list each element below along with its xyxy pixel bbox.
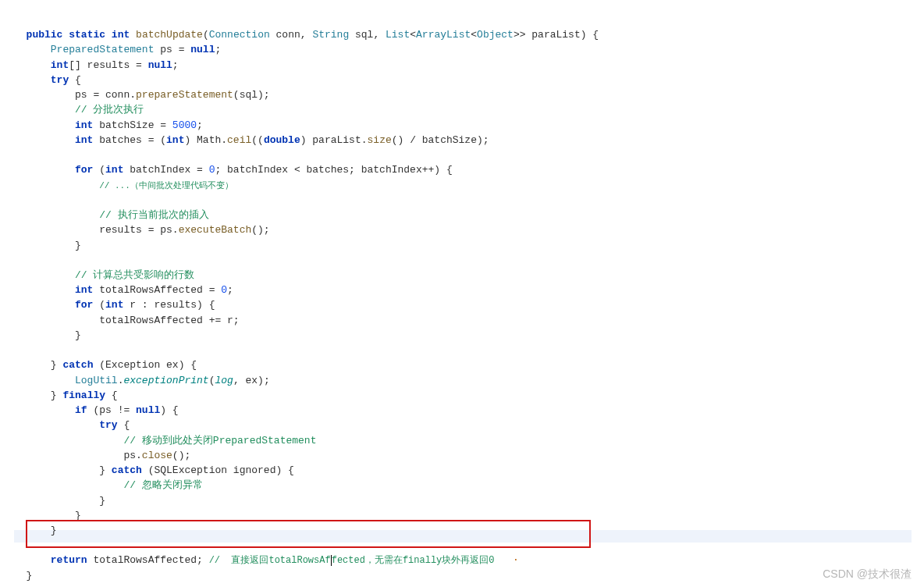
code-line: public static int batchUpdate(Connection… [14, 29, 599, 41]
code-line: } [14, 240, 81, 251]
code-line [14, 149, 20, 161]
code-line: // 分批次执行 [14, 104, 144, 116]
code-line: results = ps.executeBatch(); [14, 224, 270, 236]
code-line: } [14, 525, 57, 536]
code-line: ps = conn.prepareStatement(sql); [14, 89, 270, 101]
code-line [14, 254, 20, 266]
code-line: } catch (Exception ex) { [14, 359, 197, 371]
code-line: } catch (SQLException ignored) { [14, 464, 294, 476]
code-line: int totalRowsAffected = 0; [14, 284, 233, 296]
code-line: try { [14, 74, 81, 86]
code-line: // ...（中间批次处理代码不变） [14, 180, 233, 191]
code-line: // 忽略关闭异常 [14, 479, 203, 491]
code-line: } [14, 329, 81, 341]
code-line: // 计算总共受影响的行数 [14, 269, 194, 281]
code-line: int batches = (int) Math.ceil((double) p… [14, 134, 489, 146]
code-line: return totalRowsAffected; // 直接返回totalRo… [14, 554, 519, 566]
code-line: int[] results = null; [14, 59, 179, 71]
code-line: ps.close(); [14, 450, 190, 461]
code-line [14, 194, 20, 206]
code-line: LogUtil.exceptionPrint(log, ex); [14, 375, 270, 386]
code-line: // 执行当前批次的插入 [14, 209, 209, 221]
code-line [14, 539, 20, 551]
code-line: if (ps != null) { [14, 404, 179, 416]
code-line: for (int r : results) { [14, 299, 215, 311]
code-block: public static int batchUpdate(Connection… [0, 0, 924, 583]
code-line: try { [14, 419, 130, 431]
code-line: } [14, 570, 32, 582]
code-line: } [14, 510, 81, 521]
code-line [14, 344, 20, 356]
code-line: totalRowsAffected += r; [14, 315, 240, 326]
code-line: PreparedStatement ps = null; [14, 44, 221, 55]
code-line: } [14, 495, 105, 507]
code-line: } finally { [14, 390, 118, 401]
code-line: for (int batchIndex = 0; batchIndex < ba… [14, 164, 453, 176]
code-line: // 移动到此处关闭PreparedStatement [14, 435, 316, 446]
code-line: int batchSize = 5000; [14, 119, 203, 131]
